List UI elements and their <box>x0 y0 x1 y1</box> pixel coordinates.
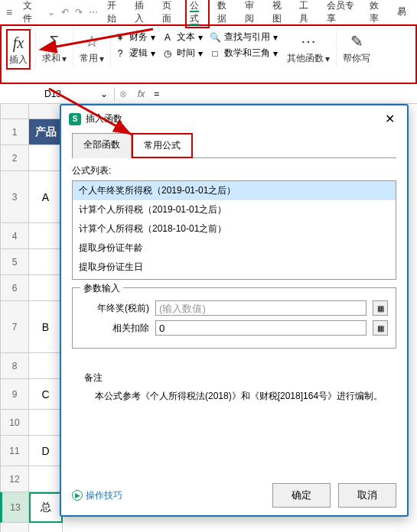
chevron-down-icon[interactable]: ⌄ <box>47 7 55 18</box>
row-header[interactable]: 1 <box>0 119 29 145</box>
row-header[interactable]: 14 <box>0 523 29 532</box>
menu-data[interactable]: 数据 <box>213 0 237 28</box>
cell[interactable]: B <box>29 301 63 353</box>
function-item[interactable]: 计算个人所得税（2018-10-01之前） <box>73 219 396 238</box>
math-button[interactable]: □数学和三角▾ <box>209 47 278 60</box>
chevron-down-icon: ▾ <box>99 54 104 64</box>
chevron-down-icon: ▾ <box>273 48 278 59</box>
chevron-down-icon: ⋯ <box>89 7 98 18</box>
fx-icon[interactable]: fx <box>132 89 151 99</box>
cell[interactable] <box>29 223 63 249</box>
logic-button[interactable]: ?逻辑▾ <box>114 47 155 60</box>
text-icon: A <box>161 31 174 44</box>
menu-review[interactable]: 审阅 <box>240 0 265 28</box>
insert-function-dialog: S 插入函数 ✕ 全部函数 常用公式 公式列表: 个人年终奖所得税（2019-0… <box>60 104 409 517</box>
menu-page[interactable]: 页面 <box>158 0 182 28</box>
deduct-input[interactable] <box>155 320 367 336</box>
remark-title: 备注 <box>84 371 384 384</box>
menu-easy[interactable]: 易 <box>393 2 411 21</box>
param-label: 年终奖(税前) <box>80 302 149 315</box>
redo-icon[interactable]: ↷ <box>75 7 83 18</box>
star-icon: ☆ <box>85 31 99 52</box>
fx-icon: fx <box>13 32 24 54</box>
function-item[interactable]: 提取身份证生日 <box>73 258 396 277</box>
cell[interactable] <box>29 249 63 275</box>
finance-button[interactable]: ¥财务▾ <box>114 31 155 44</box>
ai-icon: ✎ <box>350 31 363 52</box>
chevron-down-icon: ▾ <box>198 32 203 43</box>
remark: 备注 本公式参考《个人所得税法(2018)》和《财税[2018]164号》进行编… <box>72 371 396 404</box>
hamburger-icon[interactable]: ≡ <box>6 6 12 18</box>
cell[interactable]: C <box>29 379 63 410</box>
cell[interactable] <box>29 353 63 379</box>
text-button[interactable]: A文本▾ <box>161 31 203 44</box>
sum-button[interactable]: Σ 求和▾ <box>41 29 68 66</box>
row-header[interactable]: 11 <box>0 436 29 466</box>
cell[interactable]: 产品 <box>29 119 63 145</box>
col-header[interactable] <box>29 104 63 119</box>
corner-cell[interactable] <box>0 104 29 119</box>
row-header[interactable]: 10 <box>0 410 29 436</box>
time-button[interactable]: ◷时间▾ <box>161 47 203 60</box>
cancel-icon[interactable]: ⊗ <box>119 89 127 99</box>
row-header[interactable]: 12 <box>0 466 29 492</box>
close-button[interactable]: ✕ <box>380 110 399 128</box>
menu-vip[interactable]: 会员专享 <box>322 0 362 28</box>
function-item[interactable]: 计算个人所得税（2019-01-01之后） <box>73 200 396 219</box>
param-label: 相关扣除 <box>80 322 149 335</box>
undo-icon[interactable]: ↶ <box>61 7 69 18</box>
function-item[interactable]: 提取身份证年龄 <box>73 238 396 258</box>
cell-selected[interactable]: 总 <box>29 492 63 523</box>
row-header[interactable]: 2 <box>0 145 29 171</box>
function-list[interactable]: 个人年终奖所得税（2019-01-01之后） 计算个人所得税（2019-01-0… <box>72 180 396 280</box>
function-item[interactable]: 个人年终奖所得税（2019-01-01之后） <box>73 181 396 200</box>
lookup-button[interactable]: 🔍查找与引用▾ <box>209 31 278 44</box>
bonus-input[interactable] <box>155 300 367 316</box>
other-func-button[interactable]: ⋯ 其他函数▾ <box>285 29 331 66</box>
insert-function-button[interactable]: fx 插入 <box>6 29 31 70</box>
row-header[interactable]: 13 <box>0 492 29 523</box>
dialog-titlebar[interactable]: S 插入函数 ✕ <box>61 105 407 132</box>
menu-insert[interactable]: 插入 <box>130 0 155 28</box>
cell[interactable]: A <box>29 171 63 223</box>
common-button[interactable]: ☆ 常用▾ <box>78 29 106 66</box>
chevron-down-icon[interactable]: ⌄ <box>100 89 108 99</box>
play-icon: ▶ <box>72 490 83 501</box>
row-header[interactable]: 6 <box>0 275 29 301</box>
cell[interactable] <box>29 145 63 171</box>
cell[interactable] <box>29 466 63 492</box>
sigma-icon: Σ <box>50 31 59 52</box>
formula-input[interactable]: = <box>151 89 162 99</box>
tab-common-formulas[interactable]: 常用公式 <box>132 133 193 158</box>
row-header[interactable]: 7 <box>0 301 29 353</box>
row-header[interactable]: 5 <box>0 249 29 275</box>
chevron-down-icon: ▾ <box>325 54 330 64</box>
menu-efficiency[interactable]: 效率 <box>365 0 389 28</box>
search-icon: 🔍 <box>209 31 221 44</box>
row-header[interactable]: 8 <box>0 353 29 379</box>
list-label: 公式列表: <box>72 164 396 177</box>
menu-start[interactable]: 开始 <box>103 0 127 28</box>
menu-tools[interactable]: 工具 <box>295 0 319 28</box>
row-header[interactable]: 3 <box>0 171 29 223</box>
cell[interactable] <box>29 523 63 532</box>
help-write-button[interactable]: ✎ 帮你写 <box>341 29 372 66</box>
cell[interactable] <box>29 275 63 301</box>
math-icon: □ <box>209 47 221 60</box>
tab-all-functions[interactable]: 全部函数 <box>72 133 132 158</box>
menu-view[interactable]: 视图 <box>268 0 292 28</box>
cancel-button[interactable]: 取消 <box>338 483 396 508</box>
menu-file[interactable]: 文件 <box>18 0 43 28</box>
row-header[interactable]: 9 <box>0 379 29 410</box>
cell-reference[interactable]: D13 ⌄ <box>38 87 115 101</box>
ok-button[interactable]: 确定 <box>272 483 331 508</box>
chevron-down-icon: ▾ <box>62 54 67 64</box>
cell[interactable]: D <box>29 436 63 466</box>
tips-link[interactable]: ▶ 操作技巧 <box>72 489 122 502</box>
range-picker-button[interactable]: ▦ <box>373 320 388 336</box>
row-header[interactable]: 4 <box>0 223 29 249</box>
range-picker-button[interactable]: ▦ <box>373 300 388 316</box>
dialog-title: 插入函数 <box>86 112 122 125</box>
cell[interactable] <box>29 410 63 436</box>
menu-formula[interactable]: 公式 <box>185 0 210 28</box>
